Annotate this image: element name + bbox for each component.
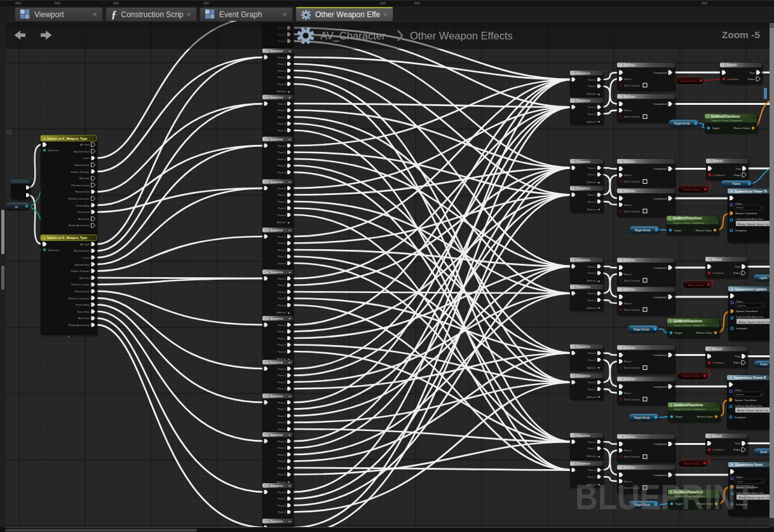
svg-text:Sequence: Sequence xyxy=(576,374,590,378)
svg-text:True: True xyxy=(735,355,740,358)
svg-text:▾: ▾ xyxy=(761,304,763,307)
svg-text:+: + xyxy=(598,305,601,310)
svg-text:Laser: Laser xyxy=(83,156,90,160)
svg-text:➠: ➠ xyxy=(573,374,575,378)
svg-text:+: + xyxy=(598,394,601,399)
svg-text:Add pin: Add pin xyxy=(587,306,597,310)
svg-text:Then 1: Then 1 xyxy=(277,151,286,154)
svg-text:Instigator: Instigator xyxy=(736,327,748,330)
svg-text:+: + xyxy=(598,365,601,369)
svg-text:➠: ➠ xyxy=(266,433,269,437)
svg-text:Spawn Transform: Spawn Transform xyxy=(736,310,758,313)
svg-text:Then 1: Then 1 xyxy=(587,447,596,450)
svg-text:Then 3: Then 3 xyxy=(277,387,286,390)
svg-text:Selection: Selection xyxy=(48,249,60,252)
svg-text:⑂: ⑂ xyxy=(709,159,710,163)
svg-text:➠: ➠ xyxy=(266,229,269,232)
svg-text:Then 2: Then 2 xyxy=(277,200,286,203)
svg-text:➠: ➠ xyxy=(573,285,575,289)
svg-text:❖: ❖ xyxy=(730,376,732,379)
svg-text:Then 2: Then 2 xyxy=(277,504,286,507)
svg-text:Then 1: Then 1 xyxy=(277,62,286,65)
svg-text:GetWorldTransform: GetWorldTransform xyxy=(674,320,702,323)
svg-text:Then 3: Then 3 xyxy=(277,164,286,167)
svg-text:Add pin: Add pin xyxy=(277,90,287,93)
svg-text:Then 1: Then 1 xyxy=(277,242,286,245)
svg-text:Start Closed: Start Closed xyxy=(624,455,640,458)
svg-text:DoOnce: DoOnce xyxy=(624,160,635,163)
svg-text:Add pin: Add pin xyxy=(587,366,597,369)
svg-text:DoOnce: DoOnce xyxy=(624,466,635,469)
svg-text:Add pin: Add pin xyxy=(277,221,287,224)
svg-text:Target is Scene Component: Target is Scene Component xyxy=(711,119,743,122)
svg-text:Sequence: Sequence xyxy=(576,72,590,75)
svg-text:❖: ❖ xyxy=(731,463,733,467)
svg-text:Then 1: Then 1 xyxy=(587,200,596,203)
svg-text:DoOnce: DoOnce xyxy=(624,288,635,291)
svg-text:Then 4: Then 4 xyxy=(277,304,286,307)
svg-text:Flame: Flame xyxy=(733,182,741,186)
svg-text:Add pin: Add pin xyxy=(587,208,597,211)
svg-text:Then 3: Then 3 xyxy=(277,421,286,424)
svg-text:Switch on E_Weapon_Type: Switch on E_Weapon_Type xyxy=(47,137,87,140)
svg-text:Sequence: Sequence xyxy=(270,361,283,364)
svg-text:Sequence: Sequence xyxy=(270,229,283,232)
svg-text:Reset: Reset xyxy=(624,449,632,452)
svg-text:Then 0: Then 0 xyxy=(277,56,286,59)
svg-text:Then 1: Then 1 xyxy=(277,193,286,196)
svg-text:+: + xyxy=(288,220,290,224)
svg-text:Reset: Reset xyxy=(624,360,632,363)
svg-text:Beam Timing: Beam Timing xyxy=(684,462,700,465)
svg-text:Completed: Completed xyxy=(653,102,667,106)
svg-text:Return Value: Return Value xyxy=(697,415,714,418)
svg-text:DoOnce: DoOnce xyxy=(624,64,635,67)
svg-text:Target is Scene Component: Target is Scene Component xyxy=(674,324,705,327)
svg-text:+: + xyxy=(598,454,601,458)
svg-text:Add pin: Add pin xyxy=(587,120,597,123)
svg-text:Then 3: Then 3 xyxy=(277,122,286,125)
svg-text:Then 1: Then 1 xyxy=(277,374,286,377)
svg-text:Target is Scene Component: Target is Scene Component xyxy=(673,221,705,224)
svg-text:Zoom -5: Zoom -5 xyxy=(722,29,761,40)
svg-text:⑂: ⑂ xyxy=(723,63,724,67)
svg-text:➠: ➠ xyxy=(573,160,575,163)
svg-text:⧖: ⧖ xyxy=(620,63,622,67)
svg-text:False: False xyxy=(733,448,740,451)
svg-text:➠: ➠ xyxy=(573,99,575,102)
svg-text:Target Arrow: Target Arrow xyxy=(674,122,690,125)
svg-text:►: ► xyxy=(43,137,46,140)
svg-text:➠: ➠ xyxy=(266,317,269,320)
svg-text:Then 0: Then 0 xyxy=(277,277,286,280)
svg-text:Collision Handling Over: Collision Handling Over xyxy=(735,217,763,221)
svg-text:❖: ❖ xyxy=(730,190,733,193)
svg-text:Then 3: Then 3 xyxy=(277,510,286,514)
svg-text:Target Arrow: Target Arrow xyxy=(633,328,649,331)
svg-text:Then 3: Then 3 xyxy=(277,207,286,210)
svg-text:ƒ: ƒ xyxy=(707,114,709,119)
svg-text:Add pin: Add pin xyxy=(587,279,597,282)
svg-text:Branch: Branch xyxy=(712,258,723,261)
svg-text:360 Gun: 360 Gun xyxy=(79,177,90,180)
svg-text:Then 1: Then 1 xyxy=(277,407,286,411)
svg-text:ƒ: ƒ xyxy=(670,319,672,324)
svg-text:Then 4: Then 4 xyxy=(277,83,286,86)
svg-text:False: False xyxy=(733,361,740,364)
svg-text:Then 0: Then 0 xyxy=(587,351,596,355)
svg-text:Add pin: Add pin xyxy=(587,454,597,458)
svg-text:GetWorldTransform: GetWorldTransform xyxy=(674,404,703,407)
svg-text:Then 4: Then 4 xyxy=(277,171,286,174)
svg-text:⧖: ⧖ xyxy=(620,435,622,439)
svg-text:Then 0: Then 0 xyxy=(587,78,596,81)
svg-text:Reset: Reset xyxy=(624,392,632,395)
svg-text:Reset: Reset xyxy=(624,174,632,177)
svg-text:Flame Thrower: Flame Thrower xyxy=(71,269,90,273)
svg-text:➠: ➠ xyxy=(266,50,269,53)
svg-text:+: + xyxy=(288,89,290,93)
svg-text:DoOnce: DoOnce xyxy=(624,95,635,99)
svg-text:Add pin: Add pin xyxy=(587,92,597,95)
svg-text:Acid Gun: Acid Gun xyxy=(78,217,90,221)
svg-text:Completed: Completed xyxy=(653,71,667,74)
svg-text:+: + xyxy=(598,278,601,283)
svg-text:Spread Gun: Spread Gun xyxy=(74,163,90,167)
svg-text:Then 0: Then 0 xyxy=(587,265,596,268)
